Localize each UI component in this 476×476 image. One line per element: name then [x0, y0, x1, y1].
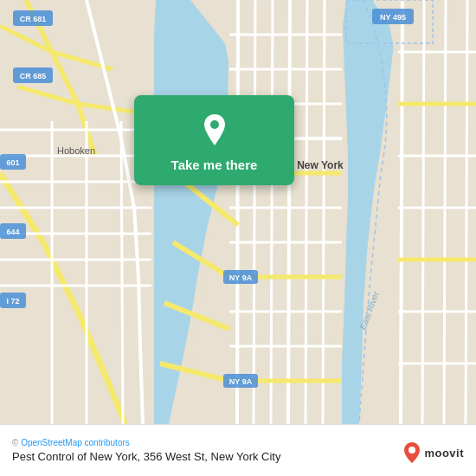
map-background: CR 681 CR 685 601 644 I 72 NY 495 NY 9A …: [0, 0, 476, 424]
svg-line-38: [323, 0, 325, 424]
svg-line-34: [254, 0, 255, 424]
svg-line-52: [444, 0, 446, 424]
svg-text:New York: New York: [297, 159, 344, 171]
location-pin-icon: [196, 111, 234, 149]
take-me-there-card[interactable]: Take me there: [134, 95, 294, 185]
svg-text:NY 9A: NY 9A: [229, 377, 253, 386]
svg-text:CR 685: CR 685: [20, 72, 47, 80]
moovit-logo: moovit: [402, 441, 464, 464]
map-container: CR 681 CR 685 601 644 I 72 NY 495 NY 9A …: [0, 0, 476, 476]
attribution-prefix: ©: [12, 438, 21, 447]
svg-line-36: [288, 0, 290, 424]
take-me-there-button-label: Take me there: [171, 158, 258, 173]
moovit-pin-icon: [402, 441, 421, 464]
svg-line-32: [121, 121, 123, 424]
svg-line-21: [138, 277, 140, 346]
address-text: Pest Control of New York, 356 West St, N…: [12, 450, 464, 463]
svg-text:644: 644: [6, 228, 19, 236]
svg-text:NY 9A: NY 9A: [229, 273, 253, 282]
svg-text:I 72: I 72: [6, 297, 19, 306]
svg-text:Hoboken: Hoboken: [57, 145, 95, 156]
svg-line-50: [401, 0, 402, 424]
svg-text:CR 681: CR 681: [20, 15, 47, 23]
svg-text:NY 495: NY 495: [380, 13, 406, 22]
svg-line-33: [237, 0, 238, 424]
moovit-brand-name: moovit: [424, 447, 464, 460]
svg-text:601: 601: [6, 158, 19, 167]
svg-point-88: [408, 447, 415, 453]
map-attribution: © OpenStreetMap contributors: [12, 438, 464, 447]
svg-line-37: [306, 0, 307, 424]
openstreetmap-link[interactable]: OpenStreetMap contributors: [21, 438, 130, 447]
svg-point-87: [210, 120, 219, 129]
svg-line-35: [271, 0, 273, 424]
bottom-bar: © OpenStreetMap contributors Pest Contro…: [0, 424, 476, 476]
svg-line-51: [422, 0, 424, 424]
svg-line-53: [466, 0, 467, 424]
